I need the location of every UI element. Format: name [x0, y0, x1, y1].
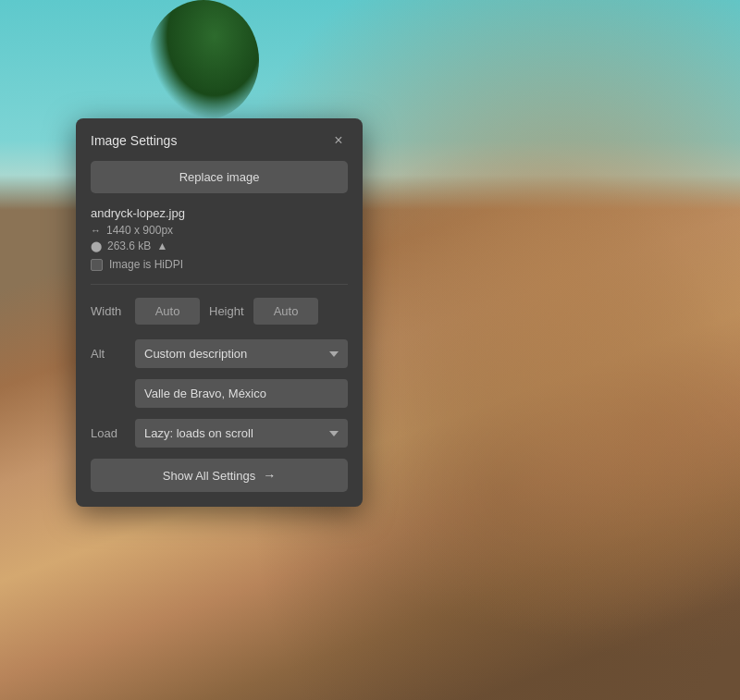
- image-settings-panel: Image Settings × Replace image andryck-l…: [76, 118, 363, 507]
- height-label: Height: [209, 304, 244, 318]
- load-row: Load Lazy: loads on scroll Eager: loads …: [91, 419, 348, 448]
- divider-1: [91, 284, 348, 285]
- panel-body: Replace image andryck-lopez.jpg ↔ 1440 x…: [76, 161, 363, 507]
- alt-label: Alt: [91, 347, 126, 361]
- height-input[interactable]: [253, 298, 318, 325]
- show-all-label: Show All Settings: [163, 469, 255, 483]
- hidpi-checkbox[interactable]: [91, 259, 103, 271]
- arrow-right-icon: →: [263, 468, 276, 483]
- width-label: Width: [91, 304, 126, 318]
- filename: andryck-lopez.jpg: [91, 206, 348, 220]
- panel-header: Image Settings ×: [76, 118, 363, 161]
- filesize-value: 263.6 kB: [107, 239, 151, 252]
- alt-select-row: Alt Custom description Image filename Em…: [91, 339, 348, 368]
- dimensions-row: ↔ 1440 x 900px: [91, 224, 348, 237]
- width-height-row: Width Height: [91, 298, 348, 325]
- load-label: Load: [91, 426, 126, 440]
- show-all-settings-button[interactable]: Show All Settings →: [91, 459, 348, 492]
- hidpi-row: Image is HiDPI: [91, 258, 348, 271]
- replace-image-button[interactable]: Replace image: [91, 161, 348, 193]
- filesize-icon: ⬤: [91, 240, 102, 252]
- panel-title: Image Settings: [91, 133, 177, 148]
- hidpi-label: Image is HiDPI: [109, 258, 183, 271]
- alt-text-input[interactable]: [135, 379, 348, 408]
- dimensions-value: 1440 x 900px: [106, 224, 173, 237]
- load-select[interactable]: Lazy: loads on scroll Eager: loads immed…: [135, 419, 348, 448]
- width-input[interactable]: [135, 298, 200, 325]
- filesize-warning: ▲: [156, 239, 167, 252]
- alt-select[interactable]: Custom description Image filename Empty …: [135, 339, 348, 368]
- dimensions-icon: ↔: [91, 225, 101, 236]
- close-button[interactable]: ×: [329, 131, 348, 150]
- file-info: andryck-lopez.jpg ↔ 1440 x 900px ⬤ 263.6…: [91, 206, 348, 271]
- filesize-row: ⬤ 263.6 kB ▲: [91, 239, 348, 252]
